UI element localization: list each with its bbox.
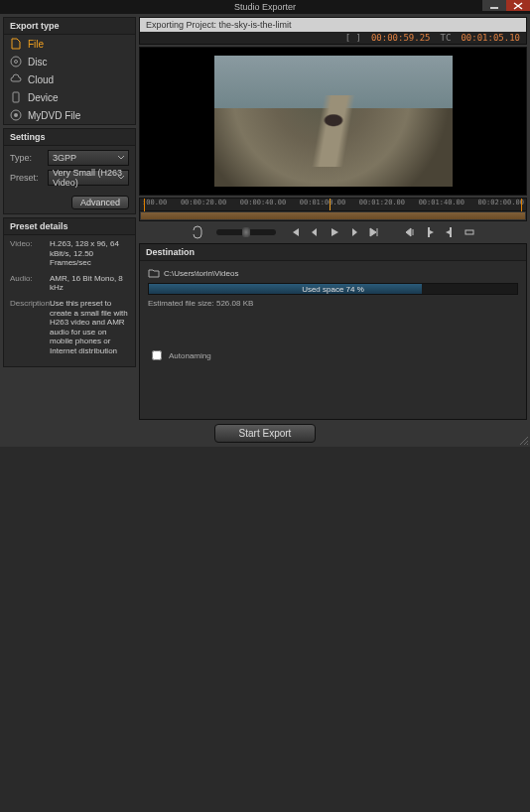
tc-in-prefix: [ ] bbox=[345, 33, 361, 43]
destination-path: C:\Users\torin\Videos bbox=[164, 269, 238, 278]
svg-rect-6 bbox=[465, 230, 473, 234]
svg-rect-0 bbox=[490, 7, 498, 9]
close-button[interactable] bbox=[506, 0, 530, 11]
export-type-file[interactable]: File bbox=[4, 35, 135, 53]
autonaming-checkbox[interactable] bbox=[152, 350, 162, 360]
timecode-bar: [ ] 00:00:59.25 TC 00:01:05.10 bbox=[139, 32, 527, 45]
resize-grip[interactable] bbox=[518, 435, 528, 445]
export-type-disc[interactable]: Disc bbox=[4, 53, 135, 70]
time-track[interactable] bbox=[139, 211, 527, 221]
estimate-label: Estimated file size: bbox=[148, 299, 214, 308]
tc-out: 00:01:05.10 bbox=[461, 33, 520, 43]
video-label: Video: bbox=[10, 239, 46, 268]
device-icon bbox=[10, 91, 22, 103]
time-label: 00:00:20.00 bbox=[181, 199, 226, 210]
transport-bar bbox=[139, 225, 527, 239]
preset-details-panel: Preset details Video: H.263, 128 x 96, 6… bbox=[3, 217, 136, 367]
export-type-label: Cloud bbox=[28, 74, 54, 85]
export-type-device[interactable]: Device bbox=[4, 88, 135, 106]
tc-label: TC bbox=[441, 33, 452, 43]
settings-panel: Settings Type: 3GPP Preset: bbox=[3, 128, 136, 214]
timeline-clip bbox=[141, 212, 525, 219]
type-label: Type: bbox=[10, 153, 44, 163]
mydvd-icon bbox=[10, 109, 22, 121]
export-type-label: Device bbox=[28, 92, 59, 103]
svg-point-5 bbox=[14, 113, 18, 117]
preset-dropdown[interactable]: Very Small (H263 Video) bbox=[48, 170, 129, 186]
preset-value: Very Small (H263 Video) bbox=[53, 168, 124, 188]
destination-panel: Destination C:\Users\torin\Videos Used s… bbox=[139, 243, 527, 420]
loop-icon[interactable] bbox=[191, 225, 204, 239]
type-value: 3GPP bbox=[53, 153, 76, 163]
type-dropdown[interactable]: 3GPP bbox=[48, 150, 129, 166]
time-label: 00:01:00.00 bbox=[300, 199, 345, 210]
shuttle-slider[interactable] bbox=[216, 229, 276, 235]
export-type-label: File bbox=[28, 39, 44, 50]
export-type-panel: Export type File Disc bbox=[3, 17, 136, 125]
mark-in-icon[interactable] bbox=[423, 225, 437, 239]
go-to-end-icon[interactable] bbox=[367, 225, 381, 239]
disk-usage-bar: Used space 74 % bbox=[148, 283, 518, 295]
tc-in: 00:00:59.25 bbox=[371, 33, 431, 43]
audio-label: Audio: bbox=[10, 274, 46, 293]
video-preview bbox=[139, 47, 527, 196]
description-label: Description: bbox=[10, 299, 46, 356]
go-to-start-icon[interactable] bbox=[288, 225, 302, 239]
advanced-button[interactable]: Advanced bbox=[71, 196, 129, 209]
time-label: 00:01:20.00 bbox=[359, 199, 405, 210]
time-label: 00:02:00.00 bbox=[478, 199, 524, 210]
title-bar: Studio Exporter bbox=[0, 0, 530, 14]
export-type-label: Disc bbox=[28, 57, 47, 68]
estimate-value: 526.08 KB bbox=[216, 299, 253, 308]
chevron-down-icon bbox=[117, 154, 125, 164]
disc-icon bbox=[10, 56, 22, 68]
step-forward-icon[interactable] bbox=[347, 225, 361, 239]
start-export-button[interactable]: Start Export bbox=[214, 424, 317, 443]
folder-icon[interactable] bbox=[148, 267, 160, 279]
time-label: 00:00:40.00 bbox=[240, 199, 286, 210]
export-type-header: Export type bbox=[4, 18, 135, 35]
svg-point-1 bbox=[11, 57, 21, 67]
footer: Start Export bbox=[0, 420, 530, 447]
chevron-down-icon bbox=[117, 174, 125, 184]
project-name: the-sky-is-the-limit bbox=[219, 20, 292, 30]
window-title: Studio Exporter bbox=[0, 2, 530, 12]
cloud-icon bbox=[10, 73, 22, 85]
exporting-prefix: Exporting Project: bbox=[146, 20, 216, 30]
video-value: H.263, 128 x 96, 64 kBit/s, 12.50 Frames… bbox=[50, 239, 129, 268]
preset-details-header: Preset details bbox=[4, 218, 135, 235]
preset-label: Preset: bbox=[10, 173, 44, 183]
minimize-button[interactable] bbox=[482, 0, 506, 11]
export-type-cloud[interactable]: Cloud bbox=[4, 70, 135, 88]
time-ruler[interactable]: :00.00 00:00:20.00 00:00:40.00 00:01:00.… bbox=[139, 198, 527, 211]
jump-back-icon[interactable] bbox=[403, 225, 417, 239]
time-label: :00.00 bbox=[142, 199, 167, 210]
file-icon bbox=[10, 38, 22, 50]
preview-frame bbox=[214, 56, 453, 187]
step-back-icon[interactable] bbox=[308, 225, 322, 239]
settings-header: Settings bbox=[4, 129, 135, 146]
mark-out-icon[interactable] bbox=[443, 225, 457, 239]
disk-usage-text: Used space 74 % bbox=[149, 284, 517, 294]
autonaming-label: Autonaming bbox=[169, 351, 211, 360]
destination-header: Destination bbox=[140, 244, 526, 261]
play-icon[interactable] bbox=[328, 225, 341, 239]
description-value: Use this preset to create a small file w… bbox=[50, 299, 129, 356]
export-type-mydvd[interactable]: MyDVD File bbox=[4, 106, 135, 124]
audio-value: AMR, 16 Bit Mono, 8 kHz bbox=[50, 274, 129, 293]
playhead[interactable] bbox=[330, 199, 331, 210]
clear-marks-icon[interactable] bbox=[463, 225, 476, 239]
export-type-label: MyDVD File bbox=[28, 110, 80, 121]
shuttle-knob[interactable] bbox=[242, 227, 250, 237]
exporting-project-header: Exporting Project: the-sky-is-the-limit bbox=[139, 17, 527, 32]
time-label: 00:01:40.00 bbox=[419, 199, 464, 210]
svg-rect-3 bbox=[13, 92, 19, 102]
svg-point-2 bbox=[15, 61, 18, 64]
